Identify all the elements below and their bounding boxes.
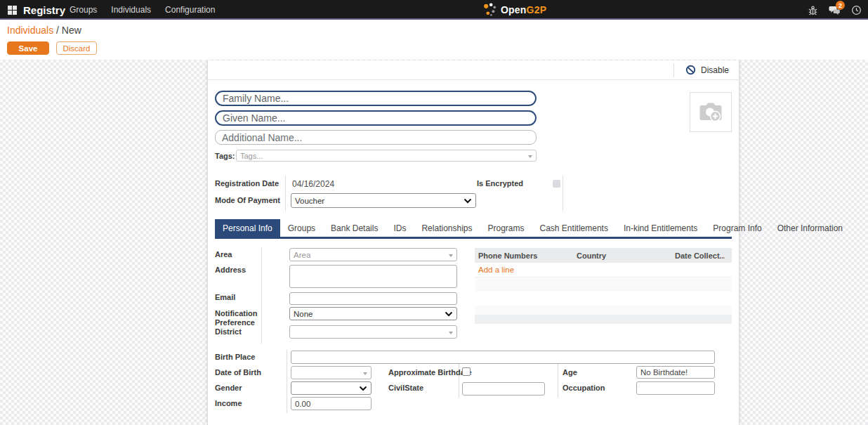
bug-icon[interactable] [806, 4, 819, 16]
phone-table-header: Phone Numbers Country Date Collect... [475, 248, 732, 263]
mode-of-payment-select[interactable]: Voucher [291, 193, 476, 208]
openg2p-logo: OpenG2P [482, 2, 546, 17]
empty-table-row [475, 292, 732, 306]
add-a-line-link[interactable]: Add a line [475, 266, 514, 274]
tab-groups[interactable]: Groups [280, 219, 323, 237]
breadcrumb-separator: / [53, 25, 62, 36]
group-divider [261, 247, 262, 344]
menu-configuration[interactable]: Configuration [165, 5, 215, 15]
photo-upload-box[interactable] [690, 92, 732, 132]
area-label: Area [215, 250, 232, 259]
district-label: District [215, 327, 242, 336]
tab-other-information[interactable]: Other Information [770, 219, 850, 237]
district-dropdown-caret [449, 332, 453, 334]
table-row: Add a line [475, 263, 732, 277]
form-sheet: Disable Tags: Registration Date 04/16/20… [207, 60, 739, 425]
approximate-birthdate-label: Approximate Birthdate [388, 368, 472, 377]
tab-ids[interactable]: IDs [386, 219, 414, 237]
tags-field [236, 150, 537, 162]
tags-label: Tags: [215, 152, 235, 160]
topbar-system-tray: 2 [806, 0, 862, 20]
openg2p-logo-icon [482, 2, 497, 17]
age-input[interactable] [636, 366, 715, 379]
prohibition-icon [685, 65, 696, 75]
empty-table-row [475, 277, 732, 292]
discard-button[interactable]: Discard [56, 41, 97, 55]
mode-of-payment-label: Mode Of Payment [215, 196, 280, 205]
birth-place-input[interactable] [291, 351, 715, 364]
tab-personal-info[interactable]: Personal Info [215, 219, 280, 237]
tab-inkind-entitlements[interactable]: In-kind Entitlements [616, 219, 705, 237]
tags-input[interactable] [237, 150, 536, 161]
approximate-birthdate-checkbox[interactable] [462, 367, 471, 376]
menu-groups[interactable]: Groups [70, 5, 97, 15]
notebook-tabs: Personal Info Groups Bank Details IDs Re… [215, 219, 850, 237]
apps-grid-icon[interactable] [8, 6, 17, 15]
app-menu-registry[interactable]: Registry [23, 4, 65, 16]
tab-programs[interactable]: Programs [480, 219, 532, 237]
menu-individuals[interactable]: Individuals [111, 5, 151, 15]
gender-label: Gender [215, 384, 242, 393]
additional-name-input[interactable] [215, 130, 537, 145]
app-window: Registry Groups Individuals Configuratio… [0, 0, 868, 425]
clock-icon[interactable] [850, 4, 862, 16]
date-of-birth-picker[interactable] [291, 366, 371, 379]
date-of-birth-label: Date of Birth [215, 368, 261, 377]
income-input[interactable] [291, 397, 371, 410]
messages-badge: 2 [836, 1, 845, 10]
tab-bank-details[interactable]: Bank Details [323, 219, 386, 237]
given-name-input[interactable] [215, 110, 537, 126]
tab-program-info[interactable]: Program Info [705, 219, 769, 237]
address-textarea[interactable] [289, 265, 457, 288]
area-combobox[interactable]: Area [289, 248, 457, 261]
group-divider [563, 176, 563, 211]
breadcrumb: Individuals / New [7, 25, 81, 36]
birth-place-label: Birth Place [215, 353, 255, 362]
breadcrumb-individuals-link[interactable]: Individuals [7, 25, 53, 36]
column-date-collected: Date Collect... [671, 251, 725, 260]
tags-dropdown-caret[interactable] [528, 155, 532, 158]
family-name-input[interactable] [215, 91, 537, 106]
area-placeholder: Area [294, 251, 310, 259]
notification-preference-value: None [294, 310, 313, 318]
tabs-underline [215, 237, 732, 239]
tab-cash-entitlements[interactable]: Cash Entitlements [532, 219, 616, 237]
chevron-down-icon [445, 311, 453, 317]
empty-table-row [475, 315, 732, 324]
group-divider [285, 176, 286, 211]
mode-of-payment-value: Voucher [295, 197, 324, 205]
column-country: Country [573, 251, 671, 260]
form-action-buttons: Save Discard [7, 41, 97, 55]
empty-table-row [475, 306, 732, 315]
civil-state-label: CivilState [388, 384, 423, 393]
save-button[interactable]: Save [7, 41, 49, 55]
top-navbar: Registry Groups Individuals Configuratio… [0, 0, 868, 20]
phone-numbers-table: Phone Numbers Country Date Collect... Ad… [475, 248, 732, 324]
is-encrypted-label: Is Encrypted [477, 179, 523, 188]
chat-bubbles-icon[interactable]: 2 [828, 4, 841, 16]
disable-button[interactable]: Disable [680, 60, 735, 79]
logo-text-open: Open [501, 4, 527, 15]
registration-date-value: 04/16/2024 [292, 179, 334, 189]
chevron-down-icon [359, 386, 367, 391]
notification-preference-select[interactable]: None [289, 307, 457, 320]
age-label: Age [563, 368, 577, 377]
email-label: Email [215, 293, 235, 302]
area-dropdown-caret [449, 254, 453, 257]
statusbar-divider [673, 63, 674, 77]
occupation-input[interactable] [636, 381, 715, 395]
civil-state-input[interactable] [462, 382, 545, 395]
top-menu-bar: Groups Individuals Configuration [70, 0, 215, 20]
district-combobox[interactable] [289, 325, 457, 339]
column-phone-numbers: Phone Numbers [475, 251, 573, 260]
address-label: Address [215, 266, 246, 275]
breadcrumb-current: New [62, 25, 81, 36]
chevron-down-icon [463, 198, 472, 204]
tab-relationships[interactable]: Relationships [414, 219, 480, 237]
gender-select[interactable] [291, 381, 371, 395]
group-divider [287, 350, 287, 413]
notification-preference-label: Notification Preference [215, 309, 264, 327]
group-divider [558, 364, 558, 398]
email-input[interactable] [289, 292, 457, 305]
is-encrypted-checkbox [553, 180, 560, 188]
